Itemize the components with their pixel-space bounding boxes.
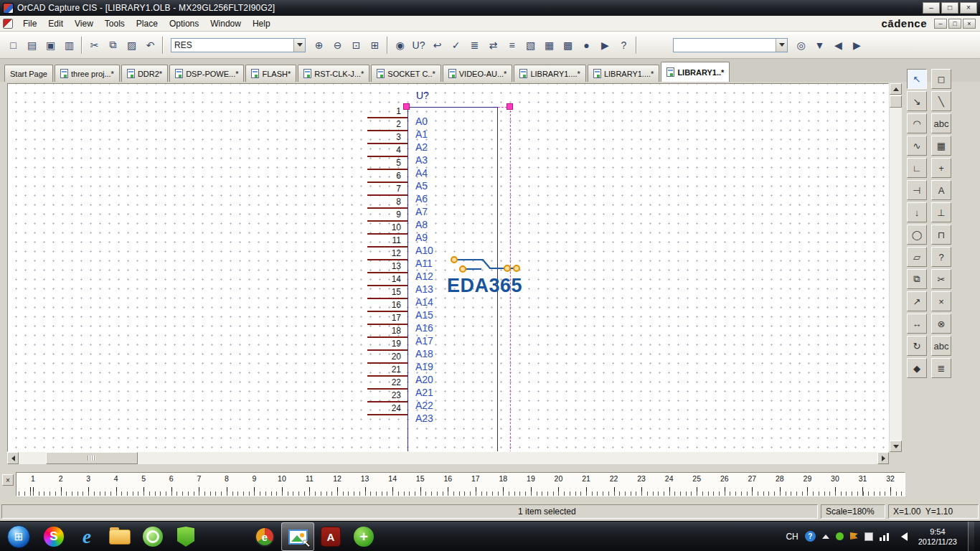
palette-text-tool[interactable]: abc xyxy=(931,113,951,133)
toolbar-open-button[interactable]: ▤ xyxy=(23,37,41,54)
vertical-scroll-thumb[interactable] xyxy=(890,95,902,108)
toolbar-zoom-all-button[interactable]: ⊞ xyxy=(366,37,384,54)
palette-probe-tool[interactable]: ↗ xyxy=(907,291,927,311)
menu-window[interactable]: Window xyxy=(204,16,247,31)
mdi-minimize-button[interactable]: – xyxy=(934,19,947,29)
palette-select-tool[interactable]: ↖ xyxy=(907,69,927,89)
toolbar-save-button[interactable]: ▣ xyxy=(42,37,60,54)
scroll-left-button[interactable] xyxy=(7,452,19,464)
toolbar-paste-button[interactable]: ▨ xyxy=(123,37,141,54)
tray-volume-icon[interactable] xyxy=(897,532,908,541)
palette-junction-tool[interactable]: + xyxy=(931,158,951,178)
document-system-icon[interactable] xyxy=(3,19,13,29)
part-body-left-edge[interactable] xyxy=(407,107,408,452)
toolbar-cut-button[interactable]: ✂ xyxy=(85,37,103,54)
toolbar-new-button[interactable]: □ xyxy=(4,37,22,54)
palette-ellipse-tool[interactable]: ◯ xyxy=(907,225,927,245)
menu-place[interactable]: Place xyxy=(131,16,164,31)
menu-file[interactable]: File xyxy=(17,16,42,31)
taskbar-sogou-explorer[interactable]: e xyxy=(248,522,281,551)
toolbar-cross-reference-button[interactable]: ⇄ xyxy=(484,37,502,54)
palette-rotate-tool[interactable]: ↻ xyxy=(907,336,927,356)
titlebar-minimize-button[interactable]: – xyxy=(923,2,940,14)
tab-dsp-powe[interactable]: DSP-POWE...* xyxy=(169,65,244,82)
schematic-canvas[interactable]: U? 1A02A13A24A35A46A57A68A79A810A911A101… xyxy=(7,83,889,452)
pin-line[interactable] xyxy=(367,336,407,338)
toolbar-zoom-in-button[interactable]: ⊕ xyxy=(310,37,328,54)
palette-library-tool[interactable]: ≣ xyxy=(931,358,951,378)
taskbar-shield-360[interactable] xyxy=(169,522,202,551)
search-combo-dropdown[interactable] xyxy=(776,39,787,52)
tray-status-green-icon[interactable] xyxy=(836,532,844,540)
pin-line[interactable] xyxy=(367,375,407,377)
palette-help-tool[interactable]: ? xyxy=(931,247,951,267)
ruler-close-button[interactable]: × xyxy=(2,474,14,486)
toolbar-undo-button[interactable]: ↶ xyxy=(141,37,159,54)
menu-help[interactable]: Help xyxy=(247,16,276,31)
menu-tools[interactable]: Tools xyxy=(99,16,131,31)
palette-text-edit-tool[interactable]: abc xyxy=(931,336,951,356)
tab-ddr2[interactable]: DDR2* xyxy=(121,65,168,82)
palette-drag-tool[interactable]: ↔ xyxy=(907,314,927,334)
horizontal-scrollbar[interactable] xyxy=(7,452,889,464)
toolbar-help-button[interactable]: ? xyxy=(615,37,633,54)
pin-line[interactable] xyxy=(367,285,407,286)
tab-library1[interactable]: LIBRARY1....* xyxy=(514,65,586,82)
show-desktop-button[interactable] xyxy=(968,522,974,551)
pin-line[interactable] xyxy=(367,169,407,170)
part-combo-dropdown[interactable] xyxy=(293,39,305,52)
pin-line[interactable] xyxy=(367,130,407,131)
tray-ime-icon[interactable] xyxy=(864,532,873,541)
tab-library1[interactable]: LIBRARY1..* xyxy=(661,62,730,82)
palette-arc-tool[interactable]: ◠ xyxy=(907,113,927,133)
tray-flag-icon[interactable] xyxy=(850,532,858,540)
taskbar-adobe-reader[interactable]: A xyxy=(314,522,347,551)
palette-line-tool[interactable]: ╲ xyxy=(931,91,951,111)
taskbar-clock[interactable]: 9:54 2012/11/23 xyxy=(914,527,961,547)
start-button[interactable]: ⊞ xyxy=(0,522,37,551)
scroll-down-button[interactable] xyxy=(890,441,902,452)
palette-select-area-tool[interactable]: ◻ xyxy=(931,69,951,89)
tab-library1[interactable]: LIBRARY1....* xyxy=(588,65,660,82)
pin-line[interactable] xyxy=(367,362,407,364)
vertical-scrollbar[interactable] xyxy=(890,83,902,452)
toolbar-part-editor-button[interactable]: ▧ xyxy=(522,37,540,54)
taskbar-internet-explorer[interactable]: e xyxy=(70,522,103,551)
palette-pin-tool[interactable]: ⊣ xyxy=(907,180,927,200)
selection-grip[interactable] xyxy=(403,103,410,110)
menu-view[interactable]: View xyxy=(69,16,99,31)
pin-line[interactable] xyxy=(367,311,407,312)
toolbar-go-back-button[interactable]: ◀ xyxy=(829,37,847,54)
tray-show-hidden-icons-icon[interactable] xyxy=(822,531,829,539)
part-combo[interactable]: RES xyxy=(171,38,306,52)
palette-delete-tool[interactable]: × xyxy=(931,291,951,311)
palette-curve-tool[interactable]: ∿ xyxy=(907,136,927,156)
toolbar-find-button[interactable]: ◎ xyxy=(792,37,810,54)
toolbar-copy-button[interactable]: ⧉ xyxy=(104,37,122,54)
toolbar-show-invisible-button[interactable]: ◉ xyxy=(391,37,409,54)
toolbar-bill-of-materials-button[interactable]: ≡ xyxy=(503,37,521,54)
tab-start-page[interactable]: Start Page xyxy=(4,65,53,82)
taskbar-sogou-browser[interactable]: S xyxy=(37,522,70,551)
pin-line[interactable] xyxy=(367,207,407,209)
palette-cut-tool[interactable]: ✂ xyxy=(931,269,951,289)
taskbar-windows-explorer[interactable] xyxy=(103,522,136,551)
palette-copy-tool[interactable]: ⧉ xyxy=(907,269,927,289)
menu-options[interactable]: Options xyxy=(164,16,204,31)
toolbar-print-button[interactable]: ▥ xyxy=(60,37,78,54)
pin-line[interactable] xyxy=(367,117,407,118)
palette-move-tool[interactable]: ↘ xyxy=(907,91,927,111)
toolbar-go-forward-button[interactable]: ▶ xyxy=(848,37,866,54)
tab-socket-c[interactable]: SOCKET C..* xyxy=(371,65,440,82)
taskbar-safe-plus-360[interactable]: + xyxy=(347,522,380,551)
toolbar-zoom-area-button[interactable]: ⊡ xyxy=(347,37,365,54)
pin-line[interactable] xyxy=(367,233,407,235)
pin-line[interactable] xyxy=(367,259,407,260)
toolbar-back-annotate-button[interactable]: ↩ xyxy=(428,37,446,54)
toolbar-zoom-out-button[interactable]: ⊖ xyxy=(329,37,347,54)
selection-grip[interactable] xyxy=(507,103,513,110)
palette-table-tool[interactable]: ▦ xyxy=(931,136,951,156)
tab-flash[interactable]: FLASH* xyxy=(245,65,296,82)
reference-designator[interactable]: U? xyxy=(416,90,429,101)
pin-line[interactable] xyxy=(367,401,407,402)
